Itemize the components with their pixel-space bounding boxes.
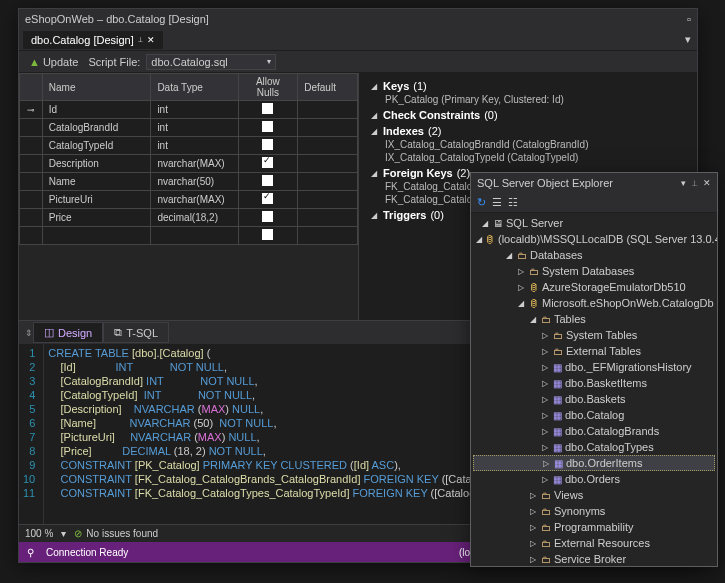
- expand-icon[interactable]: ▷: [540, 379, 550, 388]
- col-name-header[interactable]: Name: [42, 74, 151, 101]
- column-default[interactable]: [298, 209, 358, 227]
- expand-icon[interactable]: ◢: [476, 235, 482, 244]
- expand-icon[interactable]: ◢: [480, 219, 490, 228]
- tree-node[interactable]: ▷🗀System Tables: [473, 327, 715, 343]
- column-row[interactable]: Descriptionnvarchar(MAX): [20, 155, 358, 173]
- column-row[interactable]: PictureUrinvarchar(MAX): [20, 191, 358, 209]
- tree-node[interactable]: ▷🗀Programmability: [473, 519, 715, 535]
- expand-icon[interactable]: ◢: [504, 251, 514, 260]
- allow-nulls-checkbox[interactable]: [262, 175, 273, 186]
- tree-node[interactable]: ▷🗀Views: [473, 487, 715, 503]
- expand-icon[interactable]: ▷: [540, 395, 550, 404]
- allow-nulls-checkbox[interactable]: [262, 193, 273, 204]
- column-type[interactable]: nvarchar(50): [151, 173, 238, 191]
- expand-icon[interactable]: ▷: [540, 475, 550, 484]
- column-type[interactable]: int: [151, 101, 238, 119]
- code-lines[interactable]: CREATE TABLE [dbo].[Catalog] ( [Id] INT …: [44, 344, 529, 524]
- column-name[interactable]: Id: [42, 101, 151, 119]
- expand-icon[interactable]: ▷: [528, 523, 538, 532]
- window-maximize-icon[interactable]: ▫: [687, 13, 691, 25]
- column-row[interactable]: Namenvarchar(50): [20, 173, 358, 191]
- design-tab[interactable]: ◫Design: [33, 322, 103, 343]
- tree-node[interactable]: ◢🛢(localdb)\MSSQLLocalDB (SQL Server 13.…: [473, 231, 715, 247]
- update-button[interactable]: ▲ Update: [25, 54, 82, 70]
- filter-icon[interactable]: ☷: [508, 196, 518, 209]
- column-type[interactable]: int: [151, 137, 238, 155]
- zoom-level[interactable]: 100 %: [25, 528, 53, 539]
- index-item[interactable]: IX_Catalog_CatalogBrandId (CatalogBrandI…: [369, 138, 687, 151]
- tree-node[interactable]: ▷🗀Service Broker: [473, 551, 715, 566]
- tree-node[interactable]: ◢🛢Microsoft.eShopOnWeb.CatalogDb: [473, 295, 715, 311]
- expand-icon[interactable]: ▷: [540, 411, 550, 420]
- expand-icon[interactable]: ▷: [516, 283, 526, 292]
- column-name[interactable]: Description: [42, 155, 151, 173]
- tab-overflow-icon[interactable]: ▾: [685, 33, 691, 46]
- tsql-tab[interactable]: ⧉T-SQL: [103, 322, 169, 343]
- expand-icon[interactable]: ▷: [516, 267, 526, 276]
- tree-node[interactable]: ▷🛢AzureStorageEmulatorDb510: [473, 279, 715, 295]
- tree-node[interactable]: ◢🖥SQL Server: [473, 215, 715, 231]
- tree-node[interactable]: ▷🗀External Tables: [473, 343, 715, 359]
- expand-icon[interactable]: ◢: [528, 315, 538, 324]
- refresh-icon[interactable]: ↻: [477, 196, 486, 209]
- allow-nulls-checkbox[interactable]: [262, 121, 273, 132]
- expand-icon[interactable]: ▷: [540, 331, 550, 340]
- indexes-section[interactable]: ◢Indexes(2): [369, 124, 687, 138]
- column-name[interactable]: CatalogTypeId: [42, 137, 151, 155]
- expand-icon[interactable]: ▷: [540, 427, 550, 436]
- allow-nulls-checkbox[interactable]: [262, 103, 273, 114]
- close-icon[interactable]: ✕: [703, 178, 711, 188]
- tree-node[interactable]: ▷▦dbo.Catalog: [473, 407, 715, 423]
- scriptfile-dropdown[interactable]: dbo.Catalog.sql ▾: [146, 54, 276, 70]
- dropdown-icon[interactable]: ▾: [681, 178, 686, 188]
- group-icon[interactable]: ☰: [492, 196, 502, 209]
- tree-node[interactable]: ▷▦dbo._EFMigrationsHistory: [473, 359, 715, 375]
- column-name[interactable]: Price: [42, 209, 151, 227]
- allow-nulls-checkbox[interactable]: [262, 139, 273, 150]
- col-type-header[interactable]: Data Type: [151, 74, 238, 101]
- column-type[interactable]: nvarchar(MAX): [151, 155, 238, 173]
- column-default[interactable]: [298, 173, 358, 191]
- column-default[interactable]: [298, 191, 358, 209]
- allow-nulls-checkbox[interactable]: [262, 211, 273, 222]
- column-name[interactable]: Name: [42, 173, 151, 191]
- explorer-titlebar[interactable]: SQL Server Object Explorer ▾ ⟂ ✕: [471, 173, 717, 193]
- expand-icon[interactable]: ▷: [528, 507, 538, 516]
- column-name[interactable]: PictureUri: [42, 191, 151, 209]
- tree-node[interactable]: ▷🗀System Databases: [473, 263, 715, 279]
- col-nulls-header[interactable]: Allow Nulls: [238, 74, 298, 101]
- columns-grid[interactable]: Name Data Type Allow Nulls Default ⊸Idin…: [19, 73, 358, 245]
- column-row[interactable]: ⊸Idint: [20, 101, 358, 119]
- pin-icon[interactable]: ⟂: [138, 35, 143, 44]
- tree-node[interactable]: ▷▦dbo.BasketItems: [473, 375, 715, 391]
- tree-node[interactable]: ▷▦dbo.Baskets: [473, 391, 715, 407]
- column-default[interactable]: [298, 155, 358, 173]
- expand-icon[interactable]: ▷: [528, 555, 538, 564]
- object-tree[interactable]: ◢🖥SQL Server◢🛢(localdb)\MSSQLLocalDB (SQ…: [471, 213, 717, 566]
- column-type[interactable]: nvarchar(MAX): [151, 191, 238, 209]
- expand-icon[interactable]: ▷: [540, 347, 550, 356]
- collapse-icon[interactable]: ⇕: [25, 328, 33, 338]
- index-item[interactable]: IX_Catalog_CatalogTypeId (CatalogTypeId): [369, 151, 687, 164]
- tree-node[interactable]: ▷▦dbo.OrderItems: [473, 455, 715, 471]
- tree-node[interactable]: ▷▦dbo.CatalogTypes: [473, 439, 715, 455]
- column-default[interactable]: [298, 101, 358, 119]
- close-icon[interactable]: ✕: [147, 35, 155, 45]
- column-default[interactable]: [298, 137, 358, 155]
- keys-item[interactable]: PK_Catalog (Primary Key, Clustered: Id): [369, 93, 687, 106]
- column-type[interactable]: int: [151, 119, 238, 137]
- issues-text[interactable]: No issues found: [86, 528, 158, 539]
- tree-node[interactable]: ▷🗀External Resources: [473, 535, 715, 551]
- tree-node[interactable]: ▷🗀Synonyms: [473, 503, 715, 519]
- checks-section[interactable]: ◢Check Constraints(0): [369, 108, 687, 122]
- document-tab[interactable]: dbo.Catalog [Design] ⟂ ✕: [23, 31, 163, 49]
- column-row[interactable]: CatalogTypeIdint: [20, 137, 358, 155]
- expand-icon[interactable]: ▷: [541, 459, 551, 468]
- allow-nulls-checkbox[interactable]: [262, 157, 273, 168]
- tree-node[interactable]: ◢🗀Databases: [473, 247, 715, 263]
- keys-section[interactable]: ◢Keys(1): [369, 79, 687, 93]
- tree-node[interactable]: ▷▦dbo.CatalogBrands: [473, 423, 715, 439]
- tree-node[interactable]: ▷▦dbo.Orders: [473, 471, 715, 487]
- col-default-header[interactable]: Default: [298, 74, 358, 101]
- pin-icon[interactable]: ⟂: [692, 178, 697, 188]
